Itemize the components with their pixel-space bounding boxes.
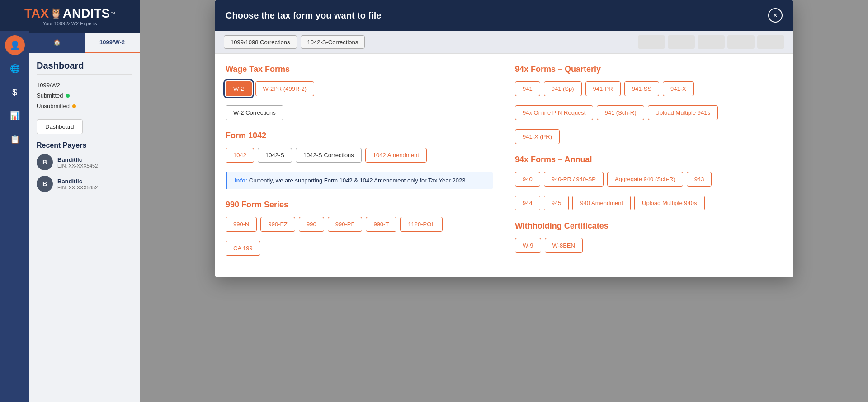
modal-dialog: Choose the tax form you want to file × 1… xyxy=(215,0,793,277)
payer-avatar-1: B xyxy=(37,154,53,170)
form-94x-annual-section: 94x Forms – Annual 940 940-PR / 940-SP A… xyxy=(515,155,783,210)
form-btn-941-sp[interactable]: 941 (Sp) xyxy=(544,81,582,96)
nav-submitted-label: Submitted xyxy=(37,92,63,99)
info-label: Info: xyxy=(235,177,247,184)
form-btn-94x-pin[interactable]: 94x Online PIN Request xyxy=(515,105,593,120)
form-btn-943[interactable]: 943 xyxy=(687,172,712,187)
nav-section: 1099/W2 Submitted Unsubmitted xyxy=(37,80,132,111)
payer-ein-1: EIN: XX-XXX5452 xyxy=(57,163,98,168)
form-btn-941-pr[interactable]: 941-PR xyxy=(585,81,621,96)
form-btn-1120pol[interactable]: 1120-POL xyxy=(400,217,442,232)
form-btn-990n[interactable]: 990-N xyxy=(226,217,257,232)
form-btn-940-amendment[interactable]: 940 Amendment xyxy=(572,196,631,210)
nav-unsubmitted[interactable]: Unsubmitted xyxy=(37,101,132,111)
form-btn-upload-941s[interactable]: Upload Multiple 941s xyxy=(648,105,718,120)
form-btn-990pf[interactable]: 990-PF xyxy=(328,217,363,232)
form-btn-1042[interactable]: 1042 xyxy=(226,148,254,163)
form-btn-w8ben[interactable]: W-8BEN xyxy=(545,238,583,253)
payer-info-1: Banditllc EIN: XX-XXX5452 xyxy=(57,156,98,168)
form-990-section: 990 Form Series 990-N 990-EZ 990 990-PF … xyxy=(226,200,493,256)
form-1042-heading: Form 1042 xyxy=(226,131,493,140)
withholding-certs-section: Withholding Certificates W-9 W-8BEN xyxy=(515,221,783,253)
sidebar-icon-globe[interactable]: 🌐 xyxy=(5,59,25,79)
form-94x-annual-buttons: 940 940-PR / 940-SP Aggregate 940 (Sch-R… xyxy=(515,172,783,187)
tab-home[interactable]: 🏠 xyxy=(29,33,85,53)
form-990-extra-buttons: CA 199 xyxy=(226,241,493,256)
form-btn-941-schr[interactable]: 941 (Sch-R) xyxy=(597,105,644,120)
placeholder-4 xyxy=(727,35,755,49)
form-btn-990t[interactable]: 990-T xyxy=(366,217,396,232)
form-1042-buttons: 1042 1042-S 1042-S Corrections 1042 Amen… xyxy=(226,148,493,163)
form-btn-990ez[interactable]: 990-EZ xyxy=(260,217,295,232)
form-btn-941-x[interactable]: 941-X xyxy=(663,81,694,96)
modal-left-column: Wage Tax Forms W-2 W-2PR (499R-2) W-2 Co… xyxy=(215,54,504,277)
form-btn-1042s[interactable]: 1042-S xyxy=(258,148,292,163)
wage-tax-buttons: W-2 W-2PR (499R-2) xyxy=(226,81,493,96)
modal-overlay[interactable]: Choose the tax form you want to file × 1… xyxy=(140,0,868,402)
form-94x-quarterly-heading: 94x Forms – Quarterly xyxy=(515,65,783,74)
form-btn-w2[interactable]: W-2 xyxy=(226,81,252,96)
form-btn-940[interactable]: 940 xyxy=(515,172,540,187)
form-btn-941[interactable]: 941 xyxy=(515,81,540,96)
payer-ein-2: EIN: XX-XXX5452 xyxy=(57,185,98,190)
sidebar-icon-user[interactable]: 👤 xyxy=(5,35,25,55)
tab-forms[interactable]: 1099/W-2 xyxy=(85,33,140,53)
placeholder-3 xyxy=(698,35,725,49)
form-94x-annual-heading: 94x Forms – Annual xyxy=(515,155,783,164)
payer-name-1: Banditllc xyxy=(57,156,98,163)
nav-unsubmitted-label: Unsubmitted xyxy=(37,103,70,109)
payer-name-2: Banditllc xyxy=(57,178,98,185)
sidebar-icon-doc[interactable]: 📋 xyxy=(5,129,25,149)
form-btn-w9[interactable]: W-9 xyxy=(515,238,541,253)
payer-item-1[interactable]: B Banditllc EIN: XX-XXX5452 xyxy=(37,154,132,170)
logo-sub: Your 1099 & W2 Experts xyxy=(42,21,97,26)
placeholder-2 xyxy=(668,35,695,49)
form-94x-quarterly-section: 94x Forms – Quarterly 941 941 (Sp) 941-P… xyxy=(515,65,783,144)
sidebar-icon-chart[interactable]: 📊 xyxy=(5,106,25,126)
main-content: Choose the tax form you want to file × 1… xyxy=(140,0,868,402)
sidebar-icon-dollar[interactable]: $ xyxy=(5,82,25,102)
modal-title: Choose the tax form you want to file xyxy=(226,10,381,21)
payer-info-2: Banditllc EIN: XX-XXX5452 xyxy=(57,178,98,190)
logo-tm: ™ xyxy=(111,11,115,16)
form-btn-ca199[interactable]: CA 199 xyxy=(226,241,260,256)
dashboard-button[interactable]: Dashboard xyxy=(37,119,83,134)
form-btn-w2pr[interactable]: W-2PR (499R-2) xyxy=(255,81,315,96)
form-btn-945[interactable]: 945 xyxy=(544,196,569,210)
withholding-certs-heading: Withholding Certificates xyxy=(515,221,783,231)
logo-tax: TAX xyxy=(24,6,49,21)
modal-close-button[interactable]: × xyxy=(768,8,783,23)
nav-1099w2-label: 1099/W2 xyxy=(37,82,60,89)
form-990-buttons: 990-N 990-EZ 990 990-PF 990-T 1120-POL xyxy=(226,217,493,232)
sidebar-content: Dashboard 1099/W2 Submitted Unsubmitted … xyxy=(29,53,140,205)
wage-tax-forms-section: Wage Tax Forms W-2 W-2PR (499R-2) W-2 Co… xyxy=(226,65,493,120)
form-btn-944[interactable]: 944 xyxy=(515,196,540,210)
withholding-certs-buttons: W-9 W-8BEN xyxy=(515,238,783,253)
form-btn-990[interactable]: 990 xyxy=(299,217,324,232)
info-text: Currently, we are supporting Form 1042 &… xyxy=(249,177,466,184)
corrections-1099-button[interactable]: 1099/1098 Corrections xyxy=(224,35,297,49)
wage-tax-extra-buttons: W-2 Corrections xyxy=(226,105,493,120)
recent-payers-title: Recent Payers xyxy=(37,141,132,150)
form-1042-section: Form 1042 1042 1042-S 1042-S Corrections… xyxy=(226,131,493,189)
submitted-dot xyxy=(66,94,70,98)
top-bar-right-placeholders xyxy=(638,35,784,49)
form-94x-annual-row2: 944 945 940 Amendment Upload Multiple 94… xyxy=(515,196,783,210)
corrections-1042s-button[interactable]: 1042-S-Corrections xyxy=(301,35,365,49)
form-1042-info-box: Info: Currently, we are supporting Form … xyxy=(226,172,493,189)
form-btn-940-pr-sp[interactable]: 940-PR / 940-SP xyxy=(544,172,604,187)
form-btn-1042-amendment[interactable]: 1042 Amendment xyxy=(365,148,427,163)
nav-1099w2[interactable]: 1099/W2 xyxy=(37,80,132,90)
form-btn-agg-940[interactable]: Aggregate 940 (Sch-R) xyxy=(607,172,683,187)
form-btn-1042s-corrections[interactable]: 1042-S Corrections xyxy=(296,148,362,163)
sidebar-icon-rail: 👤 🌐 $ 📊 📋 xyxy=(0,31,29,402)
nav-submitted[interactable]: Submitted xyxy=(37,90,132,101)
payer-item-2[interactable]: B Banditllc EIN: XX-XXX5452 xyxy=(37,176,132,192)
form-btn-upload-940s[interactable]: Upload Multiple 940s xyxy=(634,196,704,210)
form-btn-941-ss[interactable]: 941-SS xyxy=(624,81,659,96)
form-btn-w2-corrections[interactable]: W-2 Corrections xyxy=(226,105,283,120)
payer-avatar-2: B xyxy=(37,176,53,192)
placeholder-1 xyxy=(638,35,665,49)
form-94x-quarterly-row2: 94x Online PIN Request 941 (Sch-R) Uploa… xyxy=(515,105,783,120)
form-btn-941x-pr[interactable]: 941-X (PR) xyxy=(515,129,560,144)
